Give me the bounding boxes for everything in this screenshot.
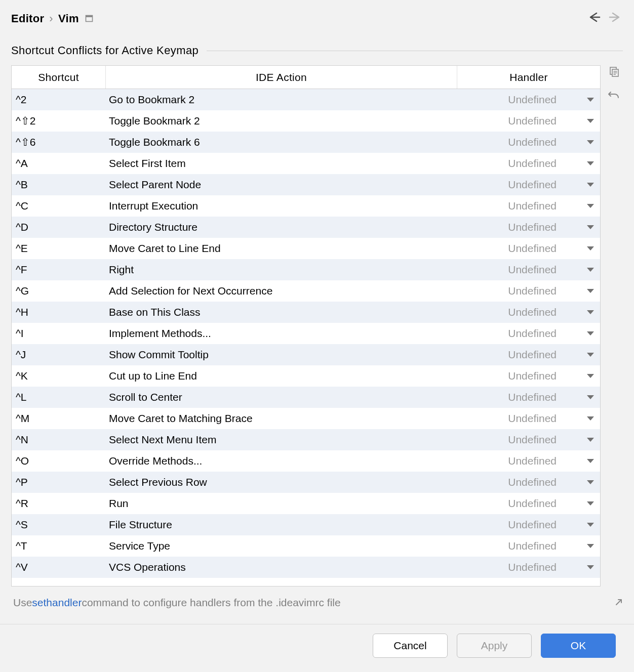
section-title: Shortcut Conflicts for Active Keymap	[11, 44, 199, 57]
action-cell: Scroll to Center	[106, 391, 457, 403]
forward-button	[608, 11, 623, 26]
tip-prefix: Use	[13, 597, 32, 609]
action-cell: Select Previous Row	[106, 476, 457, 488]
handler-dropdown[interactable]: Undefined	[457, 540, 600, 552]
handler-dropdown[interactable]: Undefined	[457, 561, 600, 573]
handler-value: Undefined	[508, 561, 557, 573]
open-in-new-window-icon[interactable]	[85, 14, 94, 23]
table-row[interactable]: ^JShow Commit TooltipUndefined	[12, 344, 600, 365]
divider	[207, 51, 623, 51]
shortcut-cell: ^A	[12, 157, 106, 170]
action-cell: Toggle Bookmark 6	[106, 136, 457, 148]
handler-value: Undefined	[508, 200, 557, 212]
table-row[interactable]: ^IImplement Methods...Undefined	[12, 323, 600, 344]
table-header-row: Shortcut IDE Action Handler	[12, 66, 600, 89]
handler-dropdown[interactable]: Undefined	[457, 157, 600, 170]
table-row[interactable]: ^PSelect Previous RowUndefined	[12, 472, 600, 493]
handler-value: Undefined	[508, 370, 557, 382]
breadcrumb-separator: ›	[49, 12, 53, 25]
shortcut-cell: ^B	[12, 179, 106, 191]
action-cell: Add Selection for Next Occurrence	[106, 285, 457, 297]
handler-dropdown[interactable]: Undefined	[457, 455, 600, 467]
handler-value: Undefined	[508, 327, 557, 340]
chevron-down-icon	[587, 98, 594, 102]
undo-icon[interactable]	[608, 88, 620, 103]
table-row[interactable]: ^RRunUndefined	[12, 493, 600, 514]
handler-dropdown[interactable]: Undefined	[457, 349, 600, 361]
chevron-down-icon	[587, 353, 594, 357]
back-button[interactable]	[586, 11, 602, 26]
handler-dropdown[interactable]: Undefined	[457, 242, 600, 255]
section-header: Shortcut Conflicts for Active Keymap	[11, 44, 623, 57]
action-cell: Go to Bookmark 2	[106, 94, 457, 106]
handler-value: Undefined	[508, 221, 557, 233]
column-header-shortcut[interactable]: Shortcut	[12, 66, 106, 89]
table-row[interactable]: ^DDirectory StructureUndefined	[12, 217, 600, 238]
chevron-down-icon	[587, 204, 594, 208]
column-header-handler[interactable]: Handler	[457, 66, 600, 89]
handler-value: Undefined	[508, 497, 557, 510]
action-cell: Interrupt Execution	[106, 200, 457, 212]
handler-value: Undefined	[508, 476, 557, 488]
table-row[interactable]: ^2Go to Bookmark 2Undefined	[12, 89, 600, 110]
handler-dropdown[interactable]: Undefined	[457, 264, 600, 276]
table-row[interactable]: ^LScroll to CenterUndefined	[12, 387, 600, 408]
copy-icon[interactable]	[608, 66, 619, 80]
header: Editor › Vim	[11, 11, 623, 26]
ok-button[interactable]: OK	[541, 634, 616, 658]
handler-dropdown[interactable]: Undefined	[457, 327, 600, 340]
shortcut-cell: ^⇧6	[12, 136, 106, 148]
handler-value: Undefined	[508, 391, 557, 403]
shortcut-cell: ^O	[12, 455, 106, 467]
column-header-action[interactable]: IDE Action	[106, 66, 457, 89]
handler-value: Undefined	[508, 285, 557, 297]
table-row[interactable]: ^OOverride Methods...Undefined	[12, 450, 600, 472]
table-row[interactable]: ^NSelect Next Menu ItemUndefined	[12, 429, 600, 450]
handler-dropdown[interactable]: Undefined	[457, 391, 600, 403]
handler-dropdown[interactable]: Undefined	[457, 285, 600, 297]
table-row[interactable]: ^SFile StructureUndefined	[12, 514, 600, 535]
table-row[interactable]: ^CInterrupt ExecutionUndefined	[12, 195, 600, 217]
sethandler-link[interactable]: sethandler	[32, 597, 82, 609]
table-row[interactable]: ^TService TypeUndefined	[12, 535, 600, 557]
handler-dropdown[interactable]: Undefined	[457, 136, 600, 148]
action-cell: Select Next Menu Item	[106, 434, 457, 446]
handler-dropdown[interactable]: Undefined	[457, 434, 600, 446]
external-link-icon[interactable]	[615, 597, 623, 609]
chevron-down-icon	[587, 395, 594, 399]
table-row[interactable]: ^FRightUndefined	[12, 259, 600, 280]
handler-dropdown[interactable]: Undefined	[457, 179, 600, 191]
handler-value: Undefined	[508, 115, 557, 127]
shortcut-cell: ^R	[12, 497, 106, 510]
table-row[interactable]: ^ASelect First ItemUndefined	[12, 153, 600, 174]
shortcut-cell: ^T	[12, 540, 106, 552]
cancel-button[interactable]: Cancel	[373, 634, 448, 658]
handler-dropdown[interactable]: Undefined	[457, 221, 600, 233]
table-row[interactable]: ^KCut up to Line EndUndefined	[12, 365, 600, 387]
table-row[interactable]: ^VVCS OperationsUndefined	[12, 557, 600, 578]
table-row[interactable]: ^⇧6Toggle Bookmark 6Undefined	[12, 132, 600, 153]
handler-dropdown[interactable]: Undefined	[457, 370, 600, 382]
handler-dropdown[interactable]: Undefined	[457, 200, 600, 212]
handler-value: Undefined	[508, 242, 557, 255]
handler-dropdown[interactable]: Undefined	[457, 306, 600, 318]
handler-value: Undefined	[508, 349, 557, 361]
action-cell: File Structure	[106, 519, 457, 531]
handler-value: Undefined	[508, 434, 557, 446]
table-row[interactable]: ^BSelect Parent NodeUndefined	[12, 174, 600, 195]
table-row[interactable]: ^⇧2Toggle Bookmark 2Undefined	[12, 110, 600, 132]
breadcrumb-parent[interactable]: Editor	[11, 12, 44, 25]
handler-dropdown[interactable]: Undefined	[457, 497, 600, 510]
table-row[interactable]: ^EMove Caret to Line EndUndefined	[12, 238, 600, 259]
handler-dropdown[interactable]: Undefined	[457, 94, 600, 106]
table-row[interactable]: ^GAdd Selection for Next OccurrenceUndef…	[12, 280, 600, 302]
handler-dropdown[interactable]: Undefined	[457, 115, 600, 127]
table-row[interactable]: ^MMove Caret to Matching BraceUndefined	[12, 408, 600, 429]
chevron-down-icon	[587, 161, 594, 165]
handler-dropdown[interactable]: Undefined	[457, 412, 600, 425]
action-cell: Move Caret to Matching Brace	[106, 412, 457, 425]
handler-dropdown[interactable]: Undefined	[457, 519, 600, 531]
chevron-down-icon	[587, 480, 594, 484]
handler-dropdown[interactable]: Undefined	[457, 476, 600, 488]
table-row[interactable]: ^HBase on This ClassUndefined	[12, 302, 600, 323]
